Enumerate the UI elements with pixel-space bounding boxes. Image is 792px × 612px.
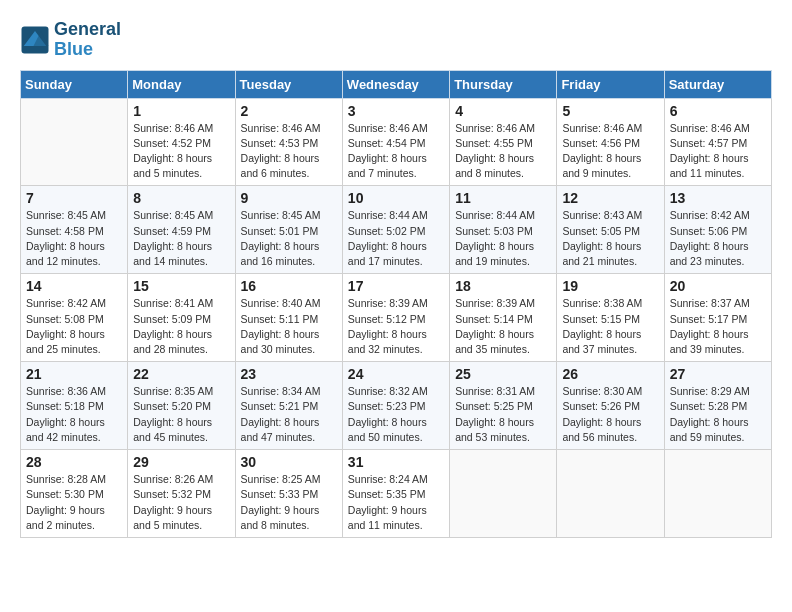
day-info: Sunrise: 8:45 AM Sunset: 4:59 PM Dayligh…	[133, 208, 229, 269]
column-header-friday: Friday	[557, 70, 664, 98]
day-number: 18	[455, 278, 551, 294]
calendar-week-3: 14Sunrise: 8:42 AM Sunset: 5:08 PM Dayli…	[21, 274, 772, 362]
calendar-cell: 5Sunrise: 8:46 AM Sunset: 4:56 PM Daylig…	[557, 98, 664, 186]
day-number: 19	[562, 278, 658, 294]
day-info: Sunrise: 8:35 AM Sunset: 5:20 PM Dayligh…	[133, 384, 229, 445]
day-info: Sunrise: 8:24 AM Sunset: 5:35 PM Dayligh…	[348, 472, 444, 533]
day-info: Sunrise: 8:36 AM Sunset: 5:18 PM Dayligh…	[26, 384, 122, 445]
day-info: Sunrise: 8:28 AM Sunset: 5:30 PM Dayligh…	[26, 472, 122, 533]
calendar-cell: 29Sunrise: 8:26 AM Sunset: 5:32 PM Dayli…	[128, 450, 235, 538]
day-info: Sunrise: 8:37 AM Sunset: 5:17 PM Dayligh…	[670, 296, 766, 357]
day-info: Sunrise: 8:43 AM Sunset: 5:05 PM Dayligh…	[562, 208, 658, 269]
calendar-cell: 27Sunrise: 8:29 AM Sunset: 5:28 PM Dayli…	[664, 362, 771, 450]
day-number: 9	[241, 190, 337, 206]
calendar-cell: 11Sunrise: 8:44 AM Sunset: 5:03 PM Dayli…	[450, 186, 557, 274]
day-info: Sunrise: 8:46 AM Sunset: 4:56 PM Dayligh…	[562, 121, 658, 182]
day-info: Sunrise: 8:39 AM Sunset: 5:12 PM Dayligh…	[348, 296, 444, 357]
calendar-cell: 12Sunrise: 8:43 AM Sunset: 5:05 PM Dayli…	[557, 186, 664, 274]
page-header: General Blue	[20, 20, 772, 60]
calendar-cell: 26Sunrise: 8:30 AM Sunset: 5:26 PM Dayli…	[557, 362, 664, 450]
logo-text-line1: General	[54, 20, 121, 40]
day-info: Sunrise: 8:26 AM Sunset: 5:32 PM Dayligh…	[133, 472, 229, 533]
day-info: Sunrise: 8:45 AM Sunset: 4:58 PM Dayligh…	[26, 208, 122, 269]
day-number: 12	[562, 190, 658, 206]
day-number: 25	[455, 366, 551, 382]
calendar-cell: 10Sunrise: 8:44 AM Sunset: 5:02 PM Dayli…	[342, 186, 449, 274]
day-info: Sunrise: 8:39 AM Sunset: 5:14 PM Dayligh…	[455, 296, 551, 357]
day-info: Sunrise: 8:25 AM Sunset: 5:33 PM Dayligh…	[241, 472, 337, 533]
column-header-tuesday: Tuesday	[235, 70, 342, 98]
day-number: 15	[133, 278, 229, 294]
day-info: Sunrise: 8:31 AM Sunset: 5:25 PM Dayligh…	[455, 384, 551, 445]
day-number: 7	[26, 190, 122, 206]
day-number: 16	[241, 278, 337, 294]
day-number: 11	[455, 190, 551, 206]
logo: General Blue	[20, 20, 121, 60]
day-number: 28	[26, 454, 122, 470]
calendar-cell: 31Sunrise: 8:24 AM Sunset: 5:35 PM Dayli…	[342, 450, 449, 538]
calendar-cell: 17Sunrise: 8:39 AM Sunset: 5:12 PM Dayli…	[342, 274, 449, 362]
day-info: Sunrise: 8:42 AM Sunset: 5:08 PM Dayligh…	[26, 296, 122, 357]
logo-icon	[20, 25, 50, 55]
day-number: 14	[26, 278, 122, 294]
day-number: 30	[241, 454, 337, 470]
calendar-cell: 16Sunrise: 8:40 AM Sunset: 5:11 PM Dayli…	[235, 274, 342, 362]
column-header-thursday: Thursday	[450, 70, 557, 98]
calendar-cell: 21Sunrise: 8:36 AM Sunset: 5:18 PM Dayli…	[21, 362, 128, 450]
day-info: Sunrise: 8:44 AM Sunset: 5:03 PM Dayligh…	[455, 208, 551, 269]
calendar-week-5: 28Sunrise: 8:28 AM Sunset: 5:30 PM Dayli…	[21, 450, 772, 538]
calendar-cell: 24Sunrise: 8:32 AM Sunset: 5:23 PM Dayli…	[342, 362, 449, 450]
calendar-cell: 30Sunrise: 8:25 AM Sunset: 5:33 PM Dayli…	[235, 450, 342, 538]
day-number: 20	[670, 278, 766, 294]
calendar-week-4: 21Sunrise: 8:36 AM Sunset: 5:18 PM Dayli…	[21, 362, 772, 450]
day-number: 27	[670, 366, 766, 382]
day-number: 13	[670, 190, 766, 206]
calendar-cell: 4Sunrise: 8:46 AM Sunset: 4:55 PM Daylig…	[450, 98, 557, 186]
calendar-cell: 3Sunrise: 8:46 AM Sunset: 4:54 PM Daylig…	[342, 98, 449, 186]
day-info: Sunrise: 8:29 AM Sunset: 5:28 PM Dayligh…	[670, 384, 766, 445]
day-number: 21	[26, 366, 122, 382]
day-info: Sunrise: 8:46 AM Sunset: 4:53 PM Dayligh…	[241, 121, 337, 182]
calendar-cell: 15Sunrise: 8:41 AM Sunset: 5:09 PM Dayli…	[128, 274, 235, 362]
day-number: 10	[348, 190, 444, 206]
day-number: 2	[241, 103, 337, 119]
calendar-cell: 19Sunrise: 8:38 AM Sunset: 5:15 PM Dayli…	[557, 274, 664, 362]
day-number: 24	[348, 366, 444, 382]
calendar-cell: 22Sunrise: 8:35 AM Sunset: 5:20 PM Dayli…	[128, 362, 235, 450]
day-number: 3	[348, 103, 444, 119]
day-number: 23	[241, 366, 337, 382]
calendar-cell: 23Sunrise: 8:34 AM Sunset: 5:21 PM Dayli…	[235, 362, 342, 450]
day-number: 8	[133, 190, 229, 206]
day-number: 22	[133, 366, 229, 382]
day-info: Sunrise: 8:41 AM Sunset: 5:09 PM Dayligh…	[133, 296, 229, 357]
day-number: 1	[133, 103, 229, 119]
calendar-cell: 7Sunrise: 8:45 AM Sunset: 4:58 PM Daylig…	[21, 186, 128, 274]
day-number: 4	[455, 103, 551, 119]
calendar-cell: 13Sunrise: 8:42 AM Sunset: 5:06 PM Dayli…	[664, 186, 771, 274]
calendar-cell: 25Sunrise: 8:31 AM Sunset: 5:25 PM Dayli…	[450, 362, 557, 450]
day-info: Sunrise: 8:32 AM Sunset: 5:23 PM Dayligh…	[348, 384, 444, 445]
calendar-week-2: 7Sunrise: 8:45 AM Sunset: 4:58 PM Daylig…	[21, 186, 772, 274]
day-info: Sunrise: 8:46 AM Sunset: 4:57 PM Dayligh…	[670, 121, 766, 182]
calendar-cell: 2Sunrise: 8:46 AM Sunset: 4:53 PM Daylig…	[235, 98, 342, 186]
calendar-cell	[21, 98, 128, 186]
day-info: Sunrise: 8:46 AM Sunset: 4:54 PM Dayligh…	[348, 121, 444, 182]
day-info: Sunrise: 8:46 AM Sunset: 4:55 PM Dayligh…	[455, 121, 551, 182]
calendar-week-1: 1Sunrise: 8:46 AM Sunset: 4:52 PM Daylig…	[21, 98, 772, 186]
day-info: Sunrise: 8:34 AM Sunset: 5:21 PM Dayligh…	[241, 384, 337, 445]
calendar-cell: 9Sunrise: 8:45 AM Sunset: 5:01 PM Daylig…	[235, 186, 342, 274]
logo-text-line2: Blue	[54, 40, 121, 60]
calendar-cell: 18Sunrise: 8:39 AM Sunset: 5:14 PM Dayli…	[450, 274, 557, 362]
day-info: Sunrise: 8:38 AM Sunset: 5:15 PM Dayligh…	[562, 296, 658, 357]
day-number: 29	[133, 454, 229, 470]
calendar-cell: 28Sunrise: 8:28 AM Sunset: 5:30 PM Dayli…	[21, 450, 128, 538]
calendar-cell	[664, 450, 771, 538]
column-header-monday: Monday	[128, 70, 235, 98]
calendar-cell	[450, 450, 557, 538]
calendar-header-row: SundayMondayTuesdayWednesdayThursdayFrid…	[21, 70, 772, 98]
day-number: 5	[562, 103, 658, 119]
day-info: Sunrise: 8:46 AM Sunset: 4:52 PM Dayligh…	[133, 121, 229, 182]
calendar-cell: 20Sunrise: 8:37 AM Sunset: 5:17 PM Dayli…	[664, 274, 771, 362]
calendar-cell	[557, 450, 664, 538]
column-header-sunday: Sunday	[21, 70, 128, 98]
